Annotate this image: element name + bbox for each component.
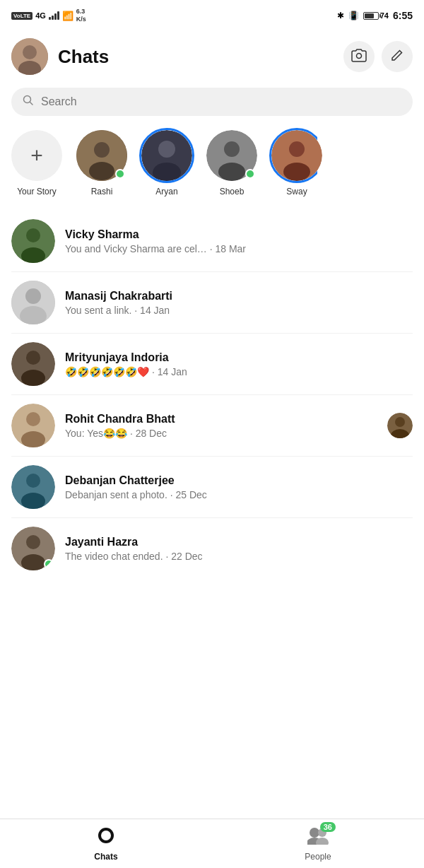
- vicky-chat-info: Vicky Sharma You and Vicky Sharma are ce…: [65, 228, 413, 254]
- battery-icon: [363, 12, 379, 20]
- debanjan-chat-info: Debanjan Chatterjee Debanjan sent a phot…: [65, 474, 413, 500]
- story-label-shoeb: Shoeb: [220, 187, 245, 197]
- debanjan-preview: Debanjan sent a photo. · 25 Dec: [65, 489, 413, 500]
- battery-container: 74: [363, 11, 389, 20]
- time-display: 6:55: [393, 10, 413, 21]
- battery-fill: [365, 13, 374, 18]
- shoeb-online-indicator: [245, 169, 255, 179]
- volte-badge: VoLTE: [11, 12, 33, 20]
- svg-point-27: [26, 412, 40, 426]
- debanjan-avatar: [11, 465, 55, 509]
- shoeb-avatar-wrap: [206, 130, 257, 181]
- search-box[interactable]: [11, 88, 413, 116]
- speed-text: 6.3K/s: [76, 8, 86, 23]
- chat-item-debanjan[interactable]: Debanjan Chatterjee Debanjan sent a phot…: [0, 457, 424, 517]
- page-title: Chats: [58, 46, 334, 68]
- story-label-aryan: Aryan: [155, 187, 177, 197]
- vicky-preview: You and Vicky Sharma are cel… · 18 Mar: [65, 243, 413, 254]
- jayanti-name: Jayanti Hazra: [65, 536, 413, 549]
- header-actions: [343, 41, 413, 72]
- jayanti-avatar: [11, 527, 55, 570]
- story-item-sway[interactable]: Sway: [271, 130, 322, 197]
- nav-people[interactable]: 36 People: [212, 821, 424, 867]
- rohit-avatar: [11, 404, 55, 447]
- svg-point-21: [25, 288, 41, 304]
- search-input[interactable]: [41, 95, 401, 108]
- camera-icon: [351, 48, 367, 66]
- sway-story-ring: [269, 128, 324, 183]
- signal-label: 4G: [35, 11, 46, 20]
- rohit-name: Rohit Chandra Bhatt: [65, 413, 377, 426]
- chats-nav-label: Chats: [94, 852, 117, 862]
- your-story-avatar-wrap: +: [11, 130, 62, 181]
- svg-point-36: [26, 535, 40, 549]
- chat-item-jayanti[interactable]: Jayanti Hazra The video chat ended. · 22…: [0, 518, 424, 579]
- svg-point-24: [26, 351, 40, 365]
- rohit-meta: [387, 413, 413, 438]
- vicky-name: Vicky Sharma: [65, 228, 413, 241]
- camera-button[interactable]: [343, 41, 375, 72]
- svg-point-18: [26, 228, 40, 242]
- people-icon-wrap: 36: [307, 826, 329, 849]
- avatar-image: [11, 38, 48, 75]
- jayanti-preview: The video chat ended. · 22 Dec: [65, 551, 413, 562]
- svg-point-28: [21, 431, 45, 447]
- manasij-avatar: [11, 281, 55, 324]
- manasij-chat-info: Manasij Chakrabarti You sent a link. · 1…: [65, 290, 413, 316]
- chat-item-manasij[interactable]: Manasij Chakrabarti You sent a link. · 1…: [0, 272, 424, 333]
- debanjan-name: Debanjan Chatterjee: [65, 474, 413, 487]
- rashi-avatar-wrap: [76, 130, 127, 181]
- people-nav-label: People: [305, 852, 331, 862]
- battery-level: 74: [380, 11, 389, 20]
- story-item-shoeb[interactable]: Shoeb: [206, 130, 257, 197]
- rashi-online-indicator: [115, 169, 125, 179]
- status-left: VoLTE 4G 📶 6.3K/s: [11, 8, 86, 23]
- svg-point-30: [395, 417, 405, 427]
- search-container: [0, 82, 424, 124]
- rohit-chat-info: Rohit Chandra Bhatt You: Yes😂😂 · 28 Dec: [65, 413, 377, 439]
- story-label-your-story: Your Story: [17, 187, 57, 197]
- mrity-preview: 🤣🤣🤣🤣🤣🤣❤️ · 14 Jan: [65, 366, 413, 377]
- mrity-avatar: [11, 342, 55, 386]
- story-item-aryan[interactable]: Aryan: [141, 130, 192, 197]
- svg-point-7: [89, 162, 114, 180]
- add-story-avatar: +: [11, 130, 62, 181]
- profile-avatar[interactable]: [11, 38, 48, 75]
- svg-point-25: [21, 370, 45, 386]
- chat-item-rohit[interactable]: Rohit Chandra Bhatt You: Yes😂😂 · 28 Dec: [0, 395, 424, 456]
- chats-nav-icon: [97, 826, 115, 849]
- bottom-spacer: [0, 579, 424, 628]
- chat-item-vicky[interactable]: Vicky Sharma You and Vicky Sharma are ce…: [0, 211, 424, 271]
- manasij-silhouette: [11, 281, 55, 324]
- status-bar: VoLTE 4G 📶 6.3K/s ✱ 📳 74 6:55: [0, 0, 424, 31]
- story-label-rashi: Rashi: [91, 187, 113, 197]
- mrity-chat-info: Mrityunjaya Indoria 🤣🤣🤣🤣🤣🤣❤️ · 14 Jan: [65, 351, 413, 377]
- bottom-nav: Chats 36 People: [0, 819, 424, 868]
- svg-point-39: [101, 831, 111, 840]
- signal-bars: [49, 11, 59, 20]
- story-label-sway: Sway: [286, 187, 307, 197]
- stories-container: + Your Story Rashi: [0, 124, 424, 211]
- sway-avatar-wrap: [271, 130, 322, 181]
- manasij-name: Manasij Chakrabarti: [65, 290, 413, 303]
- aryan-avatar-wrap: [141, 130, 192, 181]
- story-item-your-story[interactable]: + Your Story: [11, 130, 62, 197]
- rohit-thumb: [387, 413, 413, 438]
- vicky-avatar: [11, 219, 55, 263]
- bluetooth-icon: ✱: [337, 11, 344, 20]
- jayanti-chat-info: Jayanti Hazra The video chat ended. · 22…: [65, 536, 413, 562]
- people-badge: 36: [320, 822, 336, 832]
- svg-point-33: [26, 474, 40, 488]
- story-item-rashi[interactable]: Rashi: [76, 130, 127, 197]
- svg-point-1: [23, 45, 37, 59]
- chat-item-mrity[interactable]: Mrityunjaya Indoria 🤣🤣🤣🤣🤣🤣❤️ · 14 Jan: [0, 334, 424, 394]
- rohit-preview: You: Yes😂😂 · 28 Dec: [65, 428, 377, 439]
- nav-chats[interactable]: Chats: [0, 821, 212, 867]
- status-right: ✱ 📳 74 6:55: [337, 10, 413, 21]
- manasij-preview: You sent a link. · 14 Jan: [65, 305, 413, 316]
- compose-button[interactable]: [382, 41, 413, 72]
- svg-point-6: [94, 142, 110, 158]
- svg-point-13: [218, 163, 245, 181]
- wifi-icon: 📶: [62, 11, 73, 21]
- svg-point-12: [224, 141, 240, 157]
